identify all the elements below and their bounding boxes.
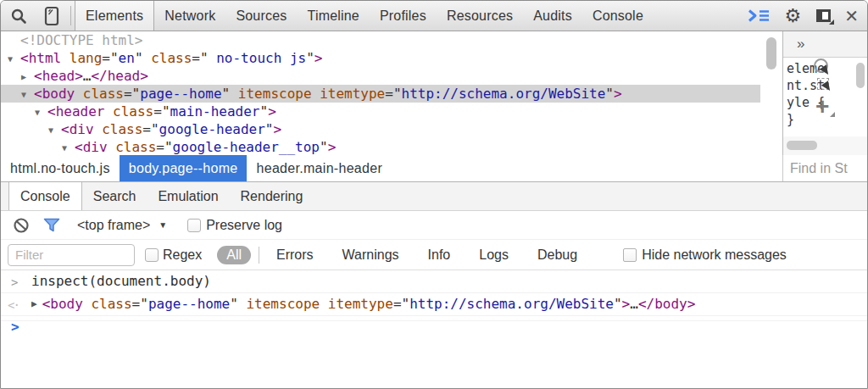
filter-input[interactable] [8, 244, 135, 266]
inspect-cursor-icon[interactable] [817, 78, 829, 90]
hide-network-toggle[interactable]: Hide network messages [623, 247, 787, 263]
search-icon[interactable] [1, 1, 36, 31]
tab-console[interactable]: Console [582, 1, 654, 31]
tab-profiles[interactable]: Profiles [370, 1, 437, 31]
tab-audits[interactable]: Audits [523, 1, 582, 31]
dom-tree-row[interactable]: ▼<div class="google-header"> [1, 120, 760, 138]
level-filter-debug[interactable]: Debug [537, 247, 577, 263]
expand-arrow-icon[interactable]: ▼ [21, 86, 34, 103]
dom-tree-row[interactable]: <!DOCTYPE html> [1, 31, 760, 49]
command-text: inspect(document.body) [31, 273, 211, 289]
console-filter-bar: Regex AllErrorsWarningsInfoLogsDebug Hid… [1, 240, 867, 270]
hide-network-checkbox[interactable] [623, 248, 637, 262]
console-result[interactable]: <·▶<body class="page--home" itemscope it… [1, 293, 867, 316]
level-filter-logs[interactable]: Logs [479, 247, 509, 263]
expand-arrow-icon[interactable]: ▶ [21, 68, 34, 86]
preserve-log-label: Preserve log [206, 218, 282, 233]
regex-toggle[interactable]: Regex [145, 247, 202, 263]
breadcrumb-bar: html.no-touch.jsbody.page--homeheader.ma… [1, 155, 867, 182]
regex-label: Regex [163, 247, 202, 263]
scrollbar-thumb[interactable] [766, 37, 776, 69]
find-placeholder: Find in St [790, 161, 848, 176]
tab-sources[interactable]: Sources [225, 1, 297, 31]
console-command[interactable]: > inspect(document.body) [1, 270, 867, 293]
return-value-icon: <· [8, 297, 19, 314]
hide-network-label: Hide network messages [642, 247, 787, 263]
chevron-down-icon: ▼ [159, 220, 167, 230]
console-messages: > inspect(document.body) <·▶<body class=… [1, 270, 867, 388]
dom-tree-row[interactable]: ▼<body class="page--home" itemscope item… [1, 85, 760, 103]
toolbar-separator [70, 6, 71, 25]
dom-tree-scrollbar[interactable] [760, 31, 782, 155]
level-filter-warnings[interactable]: Warnings [342, 247, 399, 263]
styles-hscrollbar[interactable] [783, 136, 867, 155]
drawer-tab-emulation[interactable]: Emulation [147, 182, 229, 210]
breadcrumb: html.no-touch.jsbody.page--homeheader.ma… [1, 155, 392, 181]
new-style-rule-icon[interactable]: + [815, 95, 829, 119]
dom-tree: <!DOCTYPE html>▼<html lang="en" class=" … [1, 31, 760, 155]
breadcrumb-item[interactable]: body.page--home [120, 155, 248, 181]
device-emulation-icon[interactable] [36, 1, 67, 31]
filter-separator [259, 247, 259, 264]
preserve-log-toggle[interactable]: Preserve log [187, 218, 282, 233]
dom-tree-row[interactable]: ▼<html lang="en" class=" no-touch js"> [1, 49, 760, 67]
panel-tabs: ElementsNetworkSourcesTimelineProfilesRe… [75, 1, 654, 31]
styles-scrollbar-thumb[interactable] [856, 63, 865, 88]
tab-elements[interactable]: Elements [75, 1, 154, 31]
settings-gear-icon[interactable]: ⚙ [785, 7, 802, 25]
expand-arrow-icon[interactable]: ▼ [62, 139, 75, 155]
styles-pane: element.style {} + [783, 58, 867, 136]
level-filter-info[interactable]: Info [428, 247, 451, 263]
expand-arrow-icon[interactable]: ▼ [48, 121, 61, 139]
hscrollbar-thumb[interactable] [787, 141, 817, 150]
main-toolbar: ElementsNetworkSourcesTimelineProfilesRe… [1, 1, 867, 31]
devtools-window: ElementsNetworkSourcesTimelineProfilesRe… [0, 0, 868, 389]
tab-timeline[interactable]: Timeline [298, 1, 370, 31]
preserve-log-checkbox[interactable] [187, 219, 201, 232]
console-drawer-icon[interactable] [748, 8, 770, 23]
dom-tree-row[interactable]: ▼<header class="main-header"> [1, 103, 760, 120]
filter-funnel-icon[interactable] [43, 218, 60, 232]
regex-checkbox[interactable] [145, 248, 159, 262]
frame-selector-label: <top frame> [77, 218, 150, 233]
prompt-chevron-icon: > [11, 318, 19, 336]
expand-triangle-icon[interactable]: ▶ [31, 298, 37, 309]
breadcrumb-item[interactable]: header.main-header [247, 155, 392, 181]
drawer-tab-search[interactable]: Search [82, 182, 147, 210]
command-chevron-icon: > [11, 274, 18, 292]
close-icon[interactable]: ✕ [844, 8, 859, 25]
level-filter-all[interactable]: All [217, 246, 251, 264]
log-level-filters: AllErrorsWarningsInfoLogsDebug [217, 246, 606, 264]
dom-tree-row[interactable]: ▶<head>…</head> [1, 67, 760, 85]
breadcrumb-item[interactable]: html.no-touch.js [1, 155, 120, 181]
tab-network[interactable]: Network [154, 1, 225, 31]
elements-panel: <!DOCTYPE html>▼<html lang="en" class=" … [1, 31, 867, 155]
result-code: <body class="page--home" itemscope itemt… [42, 296, 696, 312]
drawer-tab-rendering[interactable]: Rendering [230, 182, 314, 210]
sidebar-header: » [783, 31, 867, 58]
drawer-tab-console[interactable]: Console [8, 182, 82, 210]
find-in-styles-field[interactable]: Find in St [782, 155, 867, 181]
tab-resources[interactable]: Resources [437, 1, 523, 31]
console-prompt[interactable]: > [1, 316, 867, 321]
expand-arrow-icon[interactable]: ▼ [8, 50, 20, 68]
console-toolbar: <top frame> ▼ Preserve log [1, 211, 867, 240]
drawer-tab-bar: ConsoleSearchEmulationRendering [1, 182, 867, 211]
level-filter-errors[interactable]: Errors [276, 247, 314, 263]
expand-sidebar-icon[interactable]: » [797, 36, 804, 53]
styles-sidebar: » element.style {} + [782, 31, 867, 155]
element-state-icon[interactable] [814, 58, 828, 73]
dock-side-icon[interactable] [816, 9, 831, 22]
frame-selector[interactable]: <top frame> ▼ [77, 218, 167, 233]
dom-tree-row[interactable]: ▼<div class="google-header__top"> [1, 138, 760, 155]
toolbar-right-icons: ⚙ ✕ [732, 1, 868, 31]
expand-arrow-icon[interactable]: ▼ [35, 103, 47, 121]
clear-console-icon[interactable] [13, 217, 30, 234]
